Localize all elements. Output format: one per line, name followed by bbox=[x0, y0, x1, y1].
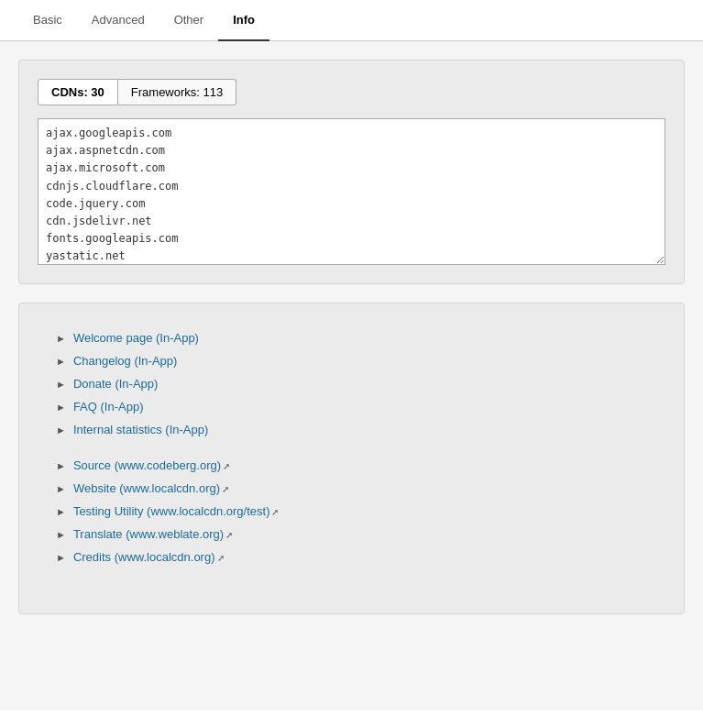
external-link[interactable]: Testing Utility (www.localcdn.org/test)➚ bbox=[73, 504, 280, 518]
external-link-icon: ➚ bbox=[223, 461, 230, 471]
external-link-item: ► Website (www.localcdn.org)➚ bbox=[56, 481, 656, 495]
tab-other[interactable]: Other bbox=[159, 0, 219, 41]
arrow-icon: ► bbox=[56, 506, 66, 517]
tab-basic[interactable]: Basic bbox=[18, 0, 77, 41]
external-links-group: ► Source (www.codeberg.org)➚ ► Website (… bbox=[56, 458, 656, 564]
external-link[interactable]: Website (www.localcdn.org)➚ bbox=[73, 481, 229, 495]
arrow-icon: ► bbox=[56, 529, 66, 540]
frameworks-button[interactable]: Frameworks: 113 bbox=[118, 79, 236, 105]
internal-link[interactable]: Donate (In-App) bbox=[73, 377, 159, 391]
arrow-icon: ► bbox=[56, 425, 66, 436]
external-link[interactable]: Credits (www.localcdn.org)➚ bbox=[73, 550, 225, 564]
external-link[interactable]: Source (www.codeberg.org)➚ bbox=[73, 458, 230, 472]
cdn-list[interactable]: ajax.googleapis.comajax.aspnetcdn.comaja… bbox=[38, 118, 665, 265]
tab-advanced[interactable]: Advanced bbox=[77, 0, 159, 41]
internal-link[interactable]: Internal statistics (In-App) bbox=[73, 423, 208, 436]
internal-links-group: ► Welcome page (In-App) ► Changelog (In-… bbox=[56, 331, 656, 436]
external-link-item: ► Source (www.codeberg.org)➚ bbox=[56, 458, 656, 472]
internal-link-item: ► Welcome page (In-App) bbox=[56, 331, 656, 345]
external-link-icon: ➚ bbox=[225, 530, 233, 540]
internal-link-item: ► Donate (In-App) bbox=[56, 377, 656, 391]
arrow-icon: ► bbox=[56, 356, 66, 367]
main-content: CDNs: 30 Frameworks: 113 ajax.googleapis… bbox=[0, 41, 703, 711]
external-link-icon: ➚ bbox=[271, 507, 279, 517]
arrow-icon: ► bbox=[56, 483, 66, 494]
cdn-list-item: ajax.aspnetcdn.com bbox=[46, 142, 657, 160]
arrow-icon: ► bbox=[56, 460, 66, 471]
external-link-item: ► Testing Utility (www.localcdn.org/test… bbox=[56, 504, 656, 518]
arrow-icon: ► bbox=[56, 333, 66, 344]
external-link-icon: ➚ bbox=[222, 484, 229, 494]
footer: LocalCDN v2.4.0 bbox=[0, 711, 703, 728]
external-link[interactable]: Translate (www.weblate.org)➚ bbox=[73, 527, 233, 541]
cdn-list-item: ajax.microsoft.com bbox=[46, 160, 657, 177]
internal-link[interactable]: Welcome page (In-App) bbox=[73, 331, 199, 345]
cdn-panel: CDNs: 30 Frameworks: 113 ajax.googleapis… bbox=[18, 60, 685, 284]
internal-link-item: ► FAQ (In-App) bbox=[56, 400, 656, 414]
external-link-item: ► Translate (www.weblate.org)➚ bbox=[56, 527, 656, 541]
tab-info[interactable]: Info bbox=[218, 0, 269, 41]
arrow-icon: ► bbox=[56, 402, 66, 413]
cdn-button[interactable]: CDNs: 30 bbox=[38, 79, 118, 105]
cdn-list-item: ajax.googleapis.com bbox=[46, 125, 657, 142]
tab-navigation: Basic Advanced Other Info bbox=[0, 0, 703, 41]
internal-link-item: ► Internal statistics (In-App) bbox=[56, 423, 656, 436]
cdn-list-item: code.jquery.com bbox=[46, 195, 657, 213]
arrow-icon: ► bbox=[56, 552, 66, 563]
internal-link[interactable]: FAQ (In-App) bbox=[73, 400, 144, 414]
cdn-list-item: fonts.googleapis.com bbox=[46, 230, 657, 248]
internal-link[interactable]: Changelog (In-App) bbox=[73, 354, 177, 368]
external-link-item: ► Credits (www.localcdn.org)➚ bbox=[56, 550, 656, 564]
internal-link-item: ► Changelog (In-App) bbox=[56, 354, 656, 368]
cdn-list-item: yastatic.net bbox=[46, 248, 657, 265]
cdn-frameworks-toggle: CDNs: 30 Frameworks: 113 bbox=[38, 79, 665, 105]
external-link-icon: ➚ bbox=[217, 553, 225, 563]
cdn-list-item: cdn.jsdelivr.net bbox=[46, 213, 657, 230]
arrow-icon: ► bbox=[56, 379, 66, 390]
info-panel: ► Welcome page (In-App) ► Changelog (In-… bbox=[18, 303, 685, 614]
cdn-list-item: cdnjs.cloudflare.com bbox=[46, 178, 657, 195]
